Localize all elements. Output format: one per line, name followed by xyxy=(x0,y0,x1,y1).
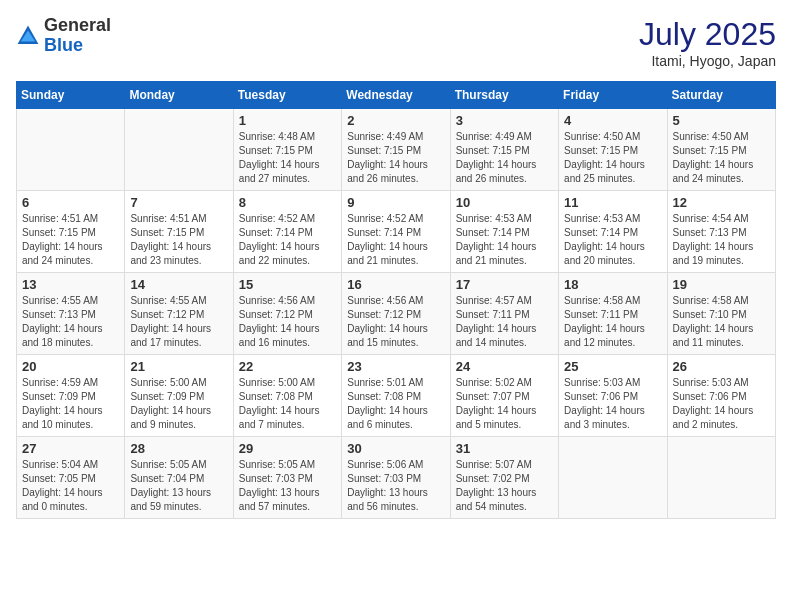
day-detail: Sunrise: 4:51 AM Sunset: 7:15 PM Dayligh… xyxy=(130,212,227,268)
day-detail: Sunrise: 4:51 AM Sunset: 7:15 PM Dayligh… xyxy=(22,212,119,268)
day-detail: Sunrise: 5:07 AM Sunset: 7:02 PM Dayligh… xyxy=(456,458,553,514)
day-number: 15 xyxy=(239,277,336,292)
calendar-cell: 3Sunrise: 4:49 AM Sunset: 7:15 PM Daylig… xyxy=(450,109,558,191)
day-detail: Sunrise: 5:06 AM Sunset: 7:03 PM Dayligh… xyxy=(347,458,444,514)
calendar-cell: 7Sunrise: 4:51 AM Sunset: 7:15 PM Daylig… xyxy=(125,191,233,273)
logo-text: General Blue xyxy=(44,16,111,56)
day-number: 17 xyxy=(456,277,553,292)
day-detail: Sunrise: 4:49 AM Sunset: 7:15 PM Dayligh… xyxy=(456,130,553,186)
day-number: 30 xyxy=(347,441,444,456)
week-row-5: 27Sunrise: 5:04 AM Sunset: 7:05 PM Dayli… xyxy=(17,437,776,519)
day-detail: Sunrise: 4:58 AM Sunset: 7:10 PM Dayligh… xyxy=(673,294,770,350)
day-number: 16 xyxy=(347,277,444,292)
calendar-cell: 25Sunrise: 5:03 AM Sunset: 7:06 PM Dayli… xyxy=(559,355,667,437)
title-block: July 2025 Itami, Hyogo, Japan xyxy=(639,16,776,69)
logo-icon xyxy=(16,24,40,48)
day-detail: Sunrise: 5:05 AM Sunset: 7:03 PM Dayligh… xyxy=(239,458,336,514)
calendar-cell: 24Sunrise: 5:02 AM Sunset: 7:07 PM Dayli… xyxy=(450,355,558,437)
day-detail: Sunrise: 4:50 AM Sunset: 7:15 PM Dayligh… xyxy=(564,130,661,186)
day-number: 3 xyxy=(456,113,553,128)
calendar-cell: 31Sunrise: 5:07 AM Sunset: 7:02 PM Dayli… xyxy=(450,437,558,519)
calendar-cell: 10Sunrise: 4:53 AM Sunset: 7:14 PM Dayli… xyxy=(450,191,558,273)
day-header-monday: Monday xyxy=(125,82,233,109)
day-number: 13 xyxy=(22,277,119,292)
day-header-thursday: Thursday xyxy=(450,82,558,109)
day-header-tuesday: Tuesday xyxy=(233,82,341,109)
calendar-cell: 19Sunrise: 4:58 AM Sunset: 7:10 PM Dayli… xyxy=(667,273,775,355)
day-detail: Sunrise: 4:52 AM Sunset: 7:14 PM Dayligh… xyxy=(347,212,444,268)
calendar-cell xyxy=(17,109,125,191)
week-row-4: 20Sunrise: 4:59 AM Sunset: 7:09 PM Dayli… xyxy=(17,355,776,437)
day-detail: Sunrise: 5:03 AM Sunset: 7:06 PM Dayligh… xyxy=(673,376,770,432)
calendar-cell: 9Sunrise: 4:52 AM Sunset: 7:14 PM Daylig… xyxy=(342,191,450,273)
day-detail: Sunrise: 4:50 AM Sunset: 7:15 PM Dayligh… xyxy=(673,130,770,186)
day-number: 6 xyxy=(22,195,119,210)
day-detail: Sunrise: 5:04 AM Sunset: 7:05 PM Dayligh… xyxy=(22,458,119,514)
calendar-cell: 28Sunrise: 5:05 AM Sunset: 7:04 PM Dayli… xyxy=(125,437,233,519)
day-detail: Sunrise: 5:00 AM Sunset: 7:09 PM Dayligh… xyxy=(130,376,227,432)
calendar-cell: 29Sunrise: 5:05 AM Sunset: 7:03 PM Dayli… xyxy=(233,437,341,519)
day-number: 7 xyxy=(130,195,227,210)
calendar-cell: 5Sunrise: 4:50 AM Sunset: 7:15 PM Daylig… xyxy=(667,109,775,191)
day-headers-row: SundayMondayTuesdayWednesdayThursdayFrid… xyxy=(17,82,776,109)
day-detail: Sunrise: 4:59 AM Sunset: 7:09 PM Dayligh… xyxy=(22,376,119,432)
day-detail: Sunrise: 4:53 AM Sunset: 7:14 PM Dayligh… xyxy=(456,212,553,268)
day-number: 29 xyxy=(239,441,336,456)
calendar-cell: 17Sunrise: 4:57 AM Sunset: 7:11 PM Dayli… xyxy=(450,273,558,355)
calendar-cell xyxy=(559,437,667,519)
day-number: 18 xyxy=(564,277,661,292)
calendar-cell: 27Sunrise: 5:04 AM Sunset: 7:05 PM Dayli… xyxy=(17,437,125,519)
day-number: 27 xyxy=(22,441,119,456)
day-header-wednesday: Wednesday xyxy=(342,82,450,109)
logo: General Blue xyxy=(16,16,111,56)
day-header-saturday: Saturday xyxy=(667,82,775,109)
day-number: 9 xyxy=(347,195,444,210)
day-detail: Sunrise: 4:56 AM Sunset: 7:12 PM Dayligh… xyxy=(347,294,444,350)
logo-general: General xyxy=(44,15,111,35)
day-number: 19 xyxy=(673,277,770,292)
day-number: 8 xyxy=(239,195,336,210)
calendar-cell: 30Sunrise: 5:06 AM Sunset: 7:03 PM Dayli… xyxy=(342,437,450,519)
week-row-2: 6Sunrise: 4:51 AM Sunset: 7:15 PM Daylig… xyxy=(17,191,776,273)
day-number: 1 xyxy=(239,113,336,128)
day-number: 28 xyxy=(130,441,227,456)
day-number: 11 xyxy=(564,195,661,210)
calendar-cell xyxy=(125,109,233,191)
calendar-cell: 8Sunrise: 4:52 AM Sunset: 7:14 PM Daylig… xyxy=(233,191,341,273)
day-number: 26 xyxy=(673,359,770,374)
day-number: 2 xyxy=(347,113,444,128)
day-number: 21 xyxy=(130,359,227,374)
page-header: General Blue July 2025 Itami, Hyogo, Jap… xyxy=(16,16,776,69)
calendar-cell: 20Sunrise: 4:59 AM Sunset: 7:09 PM Dayli… xyxy=(17,355,125,437)
calendar-cell: 21Sunrise: 5:00 AM Sunset: 7:09 PM Dayli… xyxy=(125,355,233,437)
calendar-cell: 22Sunrise: 5:00 AM Sunset: 7:08 PM Dayli… xyxy=(233,355,341,437)
location: Itami, Hyogo, Japan xyxy=(639,53,776,69)
day-number: 14 xyxy=(130,277,227,292)
day-detail: Sunrise: 5:05 AM Sunset: 7:04 PM Dayligh… xyxy=(130,458,227,514)
day-detail: Sunrise: 4:56 AM Sunset: 7:12 PM Dayligh… xyxy=(239,294,336,350)
day-number: 10 xyxy=(456,195,553,210)
logo-blue: Blue xyxy=(44,35,83,55)
calendar-cell xyxy=(667,437,775,519)
week-row-3: 13Sunrise: 4:55 AM Sunset: 7:13 PM Dayli… xyxy=(17,273,776,355)
day-detail: Sunrise: 5:02 AM Sunset: 7:07 PM Dayligh… xyxy=(456,376,553,432)
month-year: July 2025 xyxy=(639,16,776,53)
day-detail: Sunrise: 4:55 AM Sunset: 7:12 PM Dayligh… xyxy=(130,294,227,350)
day-detail: Sunrise: 5:03 AM Sunset: 7:06 PM Dayligh… xyxy=(564,376,661,432)
day-number: 25 xyxy=(564,359,661,374)
day-detail: Sunrise: 4:52 AM Sunset: 7:14 PM Dayligh… xyxy=(239,212,336,268)
calendar-cell: 16Sunrise: 4:56 AM Sunset: 7:12 PM Dayli… xyxy=(342,273,450,355)
day-header-sunday: Sunday xyxy=(17,82,125,109)
calendar-cell: 12Sunrise: 4:54 AM Sunset: 7:13 PM Dayli… xyxy=(667,191,775,273)
calendar-cell: 18Sunrise: 4:58 AM Sunset: 7:11 PM Dayli… xyxy=(559,273,667,355)
calendar-cell: 1Sunrise: 4:48 AM Sunset: 7:15 PM Daylig… xyxy=(233,109,341,191)
calendar-cell: 2Sunrise: 4:49 AM Sunset: 7:15 PM Daylig… xyxy=(342,109,450,191)
day-detail: Sunrise: 4:54 AM Sunset: 7:13 PM Dayligh… xyxy=(673,212,770,268)
day-number: 5 xyxy=(673,113,770,128)
calendar-cell: 26Sunrise: 5:03 AM Sunset: 7:06 PM Dayli… xyxy=(667,355,775,437)
day-number: 20 xyxy=(22,359,119,374)
calendar-cell: 23Sunrise: 5:01 AM Sunset: 7:08 PM Dayli… xyxy=(342,355,450,437)
calendar-cell: 15Sunrise: 4:56 AM Sunset: 7:12 PM Dayli… xyxy=(233,273,341,355)
calendar-cell: 11Sunrise: 4:53 AM Sunset: 7:14 PM Dayli… xyxy=(559,191,667,273)
day-detail: Sunrise: 5:01 AM Sunset: 7:08 PM Dayligh… xyxy=(347,376,444,432)
